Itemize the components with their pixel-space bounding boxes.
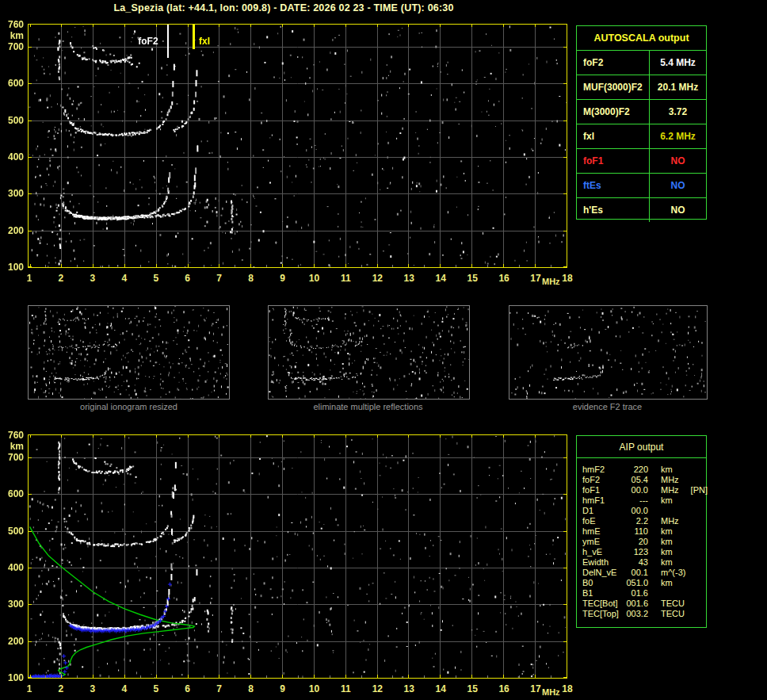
parameter-label: h'Es [577, 198, 650, 222]
parameter-unit: km [661, 557, 673, 568]
aip-row-b1: B101.6 [582, 588, 706, 599]
parameter-unit: TECU [661, 609, 685, 619]
autoscala-row-fxi: fxI6.2 MHz [577, 124, 706, 149]
parameter-value: NO [650, 149, 706, 173]
autoscala-row-hes: h'EsNO [577, 198, 706, 222]
x-tick-label: 15 [462, 273, 483, 283]
x-tick-label: 3 [82, 684, 103, 694]
x-tick-label: 1 [19, 273, 40, 283]
bottom-x-axis-unit: MHz [542, 688, 560, 697]
fxi-marker-label: fxI [199, 36, 210, 46]
x-tick-label: 11 [335, 273, 356, 283]
parameter-label: D1 [582, 506, 621, 516]
parameter-value: 051.0 [621, 578, 648, 588]
x-tick-label: 12 [367, 684, 387, 694]
parameter-label: MUF(3000)F2 [577, 75, 650, 99]
aip-row-fof2: foF205.4MHz [582, 475, 706, 485]
y-tick-label: 500 [0, 116, 24, 125]
x-tick-label: 9 [273, 273, 293, 283]
parameter-value: 05.4 [621, 475, 648, 485]
aip-table-rows: hmF2220kmfoF205.4MHzfoF100.0MHz[PN]hmF1-… [577, 458, 706, 619]
aip-row-b0: B0051.0km [582, 578, 706, 588]
panel-original-ionogram [28, 305, 230, 400]
x-tick-label: 15 [462, 684, 483, 694]
parameter-value: 00.1 [621, 568, 648, 578]
parameter-label: foF2 [582, 475, 621, 485]
x-tick-label: 6 [177, 273, 198, 283]
x-tick-label: 4 [114, 273, 135, 283]
y-tick-label: 200 [0, 637, 24, 646]
panel-evidence-caption: evidence F2 trace [509, 402, 706, 411]
autoscala-row-ftes: ftEsNO [577, 174, 706, 198]
parameter-label: DelN_vE [582, 568, 621, 578]
parameter-label: hmE [582, 526, 621, 537]
y-tick-label: 500 [0, 526, 24, 536]
fof2-marker-label: foF2 [138, 36, 158, 46]
bottom-y-axis-unit: km [0, 442, 24, 451]
x-tick-label: 13 [399, 684, 419, 694]
bottom-ionogram-canvas [29, 435, 567, 678]
x-tick-label: 9 [273, 684, 293, 694]
x-tick-label: 12 [367, 273, 387, 283]
parameter-value: 6.2 MHz [650, 124, 706, 148]
y-tick-label: 100 [0, 262, 24, 272]
parameter-value: --- [621, 495, 648, 506]
x-tick-label: 10 [303, 273, 324, 283]
panel-original-caption: original ionogram resized [28, 402, 230, 411]
y-tick-label: 700 [0, 453, 24, 462]
aip-row-ewidth: Ewidth43km [582, 557, 706, 568]
aip-row-d1: D100.0 [582, 506, 706, 516]
parameter-label: fxI [577, 124, 650, 148]
y-tick-label: 760 [0, 430, 24, 440]
panel-eliminate-reflections [268, 305, 470, 400]
parameter-value: 00.0 [621, 506, 648, 516]
parameter-label: foF1 [577, 149, 650, 173]
parameter-label: TEC[Bot] [582, 599, 621, 609]
top-ionogram-plot [28, 24, 567, 268]
autoscala-row-fof2: foF25.4 MHz [577, 51, 706, 75]
parameter-unit: km [661, 547, 673, 557]
aip-row-hmf1: hmF1---km [582, 495, 706, 506]
parameter-unit: MHz [661, 485, 679, 495]
parameter-unit: MHz [661, 475, 679, 485]
aip-output-table: AIP output hmF2220kmfoF205.4MHzfoF100.0M… [576, 435, 707, 628]
y-tick-label: 200 [0, 226, 24, 235]
parameter-label: foE [582, 516, 621, 526]
eliminate-reflections-canvas [269, 306, 469, 399]
y-tick-label: 400 [0, 152, 24, 162]
parameter-unit: km [661, 495, 673, 506]
x-tick-label: 1 [19, 684, 40, 694]
original-ionogram-canvas [29, 306, 229, 399]
parameter-label: hmF2 [582, 465, 621, 475]
parameter-value: 123 [621, 547, 648, 557]
parameter-value: 5.4 MHz [650, 51, 706, 75]
y-tick-label: 600 [0, 489, 24, 499]
aip-row-hme: hmE110km [582, 526, 706, 537]
y-tick-label: 760 [0, 20, 24, 29]
top-ionogram-canvas [29, 25, 567, 267]
top-x-axis-unit: MHz [542, 277, 560, 286]
aip-row-hve: h_vE123km [582, 547, 706, 557]
x-tick-label: 14 [430, 273, 451, 283]
parameter-unit: km [661, 537, 673, 547]
x-tick-label: 13 [399, 273, 419, 283]
autoscala-window: La_Spezia (lat: +44.1, lon: 009.8) - DAT… [0, 0, 767, 700]
y-tick-label: 700 [0, 42, 24, 52]
panel-eliminate-caption: eliminate multiple reflections [268, 402, 468, 411]
fof2-marker-line [167, 25, 169, 58]
parameter-label: M(3000)F2 [577, 100, 650, 124]
aip-table-header: AIP output [577, 436, 706, 458]
station-title: La_Spezia (lat: +44.1, lon: 009.8) - DAT… [0, 2, 567, 13]
parameter-note: [PN] [691, 485, 708, 495]
parameter-label: foF2 [577, 51, 650, 75]
parameter-value: 20 [621, 537, 648, 547]
x-tick-label: 2 [51, 684, 71, 694]
autoscala-row-fof1: foF1NO [577, 149, 706, 174]
parameter-value: 2.2 [621, 516, 648, 526]
y-tick-label: 100 [0, 673, 24, 683]
parameter-label: hmF1 [582, 495, 621, 506]
autoscala-row-muf3000f2: MUF(3000)F220.1 MHz [577, 75, 706, 100]
parameter-value: 001.6 [621, 599, 648, 609]
x-tick-label: 7 [209, 684, 230, 694]
parameter-value: 00.0 [621, 485, 648, 495]
